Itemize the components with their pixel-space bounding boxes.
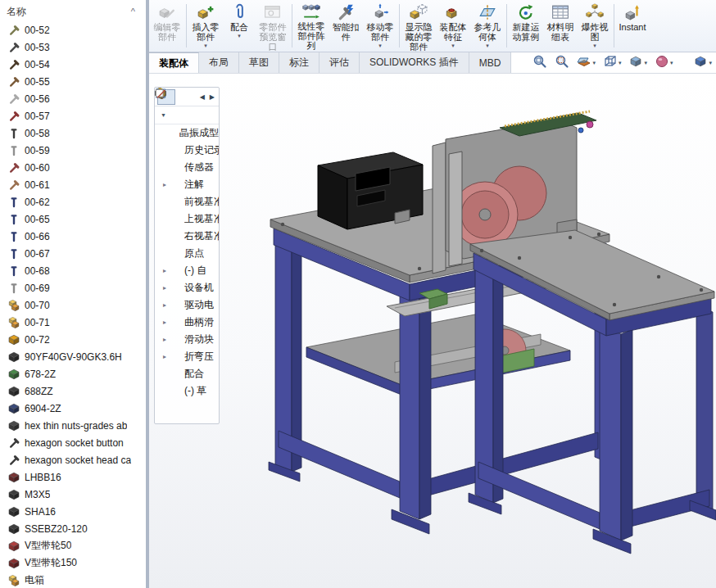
tab-布局[interactable]: 布局 [199, 52, 239, 73]
tree-item-label: 驱动电 [184, 298, 214, 312]
list-item[interactable]: LHBB16 [0, 468, 146, 486]
list-item[interactable]: 00-67 [0, 245, 146, 262]
toolbar-motion-study-button[interactable]: 新建运动算例 [509, 0, 543, 52]
exploded-view-icon [586, 2, 604, 21]
filter-button[interactable]: ▼ [157, 111, 168, 119]
list-item[interactable]: 00-55 [0, 73, 146, 90]
tab-草图[interactable]: 草图 [239, 52, 279, 73]
list-item[interactable]: hex thin nuts-grades ab [0, 417, 146, 434]
list-item[interactable]: 00-59 [0, 142, 146, 159]
list-item[interactable]: 电箱 [0, 572, 146, 588]
tree-item[interactable]: 传感器 [155, 159, 219, 176]
list-item[interactable]: 00-58 [0, 124, 146, 142]
part-icon [8, 541, 20, 552]
tab-MBD[interactable]: MBD [469, 52, 512, 73]
list-item[interactable]: 00-62 [0, 193, 146, 210]
list-item[interactable]: 90YF40GV-90GK3.6H [0, 348, 146, 365]
list-item[interactable]: hexagon socket head ca [0, 451, 146, 468]
list-item[interactable]: 00-65 [0, 210, 146, 228]
list-item[interactable]: 6904-2Z [0, 400, 146, 417]
3d-model[interactable] [149, 74, 716, 588]
zoom-to-fit-button[interactable] [532, 54, 547, 71]
tree-item[interactable]: 原点 [155, 245, 219, 262]
tree-item[interactable]: ▸(-) 自 [155, 262, 219, 279]
tree-item[interactable]: 晶振成型机 [155, 124, 219, 142]
list-item[interactable]: 00-71 [0, 314, 146, 331]
tree-item-label: 折弯压 [184, 350, 214, 364]
tab-装配体[interactable]: 装配体 [149, 52, 199, 73]
tree-item[interactable]: ▸滑动块 [155, 331, 219, 348]
dropdown-caret-icon: ▾ [451, 43, 455, 48]
model-right-table[interactable] [469, 230, 716, 554]
part-icon [8, 420, 20, 432]
list-item[interactable]: 00-54 [0, 56, 146, 73]
tree-item[interactable]: ▸驱动电 [155, 296, 219, 314]
list-item[interactable]: SSEBZ20-120 [0, 520, 146, 537]
display-style-button[interactable]: ▾ [628, 54, 647, 71]
smart-fasteners-icon [337, 2, 355, 21]
tab-评估[interactable]: 评估 [319, 52, 360, 73]
edit-appearance-button[interactable]: ▾ [655, 54, 673, 71]
chevron-up-icon[interactable]: ^ [129, 7, 138, 16]
heads-up-view-toolbar: ▾▾▾▾▾ [532, 52, 716, 73]
zoom-to-area-button[interactable] [555, 54, 569, 71]
annotations-icon: A [170, 179, 182, 191]
toolbar-show-hidden-button[interactable]: 显示隐藏的零部件 [401, 0, 436, 52]
tree-item[interactable]: (-) 草 [155, 382, 219, 400]
toolbar-linear-pattern-button[interactable]: 线性零部件阵列▾ [294, 0, 329, 52]
list-item[interactable]: 00-57 [0, 107, 146, 124]
toolbar-exploded-view-button[interactable]: 爆炸视图▾ [578, 0, 612, 52]
tree-item[interactable]: 右视基准面 [155, 228, 219, 245]
toolbar-assembly-features-button[interactable]: 装配体特征▾ [436, 0, 470, 52]
list-item[interactable]: 688ZZ [0, 382, 146, 400]
apply-scene-button[interactable]: ▾ [693, 54, 712, 71]
graphics-area[interactable]: ◀ ▶ ▼ 晶振成型机历史记录传感器▸A注解前视基准面上视基准面右视基准面原点▸… [149, 74, 716, 588]
toolbar-button-label: 编辑零部件 [152, 22, 182, 42]
tree-item[interactable]: ▸A注解 [155, 176, 219, 193]
list-item[interactable]: 00-68 [0, 262, 146, 279]
tree-item[interactable]: 上视基准面 [155, 210, 219, 228]
tree-item[interactable]: 前视基准面 [155, 193, 219, 210]
tab-标注[interactable]: 标注 [279, 52, 319, 73]
toolbar-separator [399, 4, 400, 47]
list-item[interactable]: 00-69 [0, 279, 146, 296]
toolbar-insert-component-button[interactable]: 插入零部件▾ [188, 0, 223, 52]
toolbar-bom-button[interactable]: 材料明细表 [543, 0, 578, 52]
list-item[interactable]: 00-56 [0, 90, 146, 107]
next-pane-icon[interactable]: ▶ [208, 93, 216, 101]
tree-item[interactable]: ▸设备机 [155, 279, 219, 296]
list-item[interactable]: 678-2Z [0, 365, 146, 382]
list-item[interactable]: 00-61 [0, 176, 146, 193]
previous-pane-icon[interactable]: ◀ [198, 93, 206, 101]
list-item[interactable]: 00-70 [0, 296, 146, 314]
tree-item[interactable]: ▸折弯压 [155, 348, 219, 365]
section-view-button[interactable]: ▾ [577, 54, 596, 71]
toolbar-move-component-button[interactable]: 移动零部件▾ [363, 0, 397, 52]
list-item[interactable]: V型带轮150 [0, 554, 146, 572]
toolbar-instant3d-button[interactable]: Instant [616, 0, 649, 52]
list-item[interactable]: hexagon socket button [0, 434, 146, 451]
tree-filter-row: ▼ [155, 106, 219, 124]
list-item[interactable]: M3X5 [0, 486, 146, 503]
dropdown-caret-icon: ▾ [644, 60, 647, 66]
tree-item[interactable]: ▸曲柄滑 [155, 314, 219, 331]
list-item[interactable]: 00-66 [0, 228, 146, 245]
toolbar-mate-button[interactable]: 配合▾ [223, 0, 256, 52]
list-item[interactable]: 00-60 [0, 159, 146, 176]
toolbar-preview-window-button[interactable]: 零部件预览窗口 [256, 0, 290, 52]
part-label: V型带轮150 [25, 556, 77, 570]
view-orientation-button[interactable]: ▾ [603, 54, 622, 71]
toolbar-reference-geometry-button[interactable]: 参考几何体▾ [470, 0, 505, 52]
list-item[interactable]: 00-53 [0, 38, 146, 56]
assembly-tree-icon [165, 128, 177, 139]
list-item[interactable]: 00-52 [0, 21, 146, 38]
tree-item[interactable]: 配合 [155, 365, 219, 382]
toolbar-smart-fasteners-button[interactable]: 智能扣件 [329, 0, 363, 52]
list-item[interactable]: SHA16 [0, 503, 146, 520]
model-control-box[interactable] [318, 152, 423, 229]
list-item[interactable]: V型带轮50 [0, 537, 146, 554]
toolbar-edit-component-button[interactable]: 编辑零部件 [150, 0, 184, 52]
list-item[interactable]: 00-72 [0, 331, 146, 348]
tree-item[interactable]: 历史记录 [155, 142, 219, 159]
tab-SOLIDWORKS 插件[interactable]: SOLIDWORKS 插件 [360, 52, 469, 73]
